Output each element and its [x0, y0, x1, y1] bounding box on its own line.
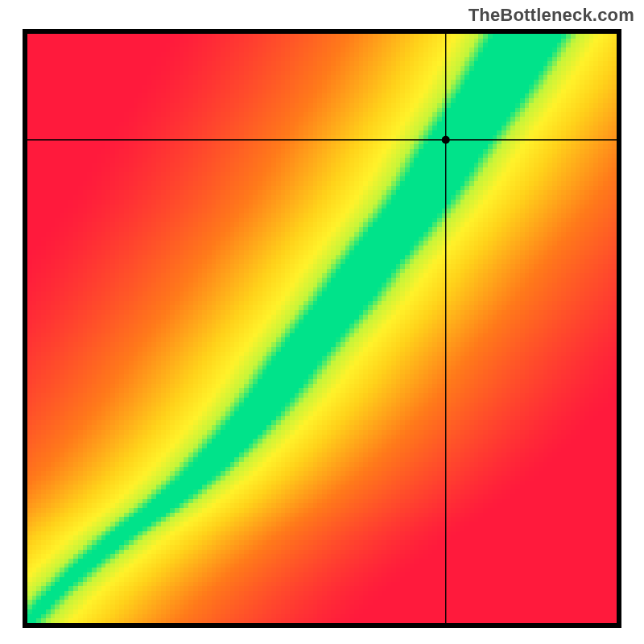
heatmap-canvas — [23, 29, 621, 628]
heatmap-plot — [23, 29, 621, 628]
attribution-label: TheBottleneck.com — [469, 5, 634, 26]
